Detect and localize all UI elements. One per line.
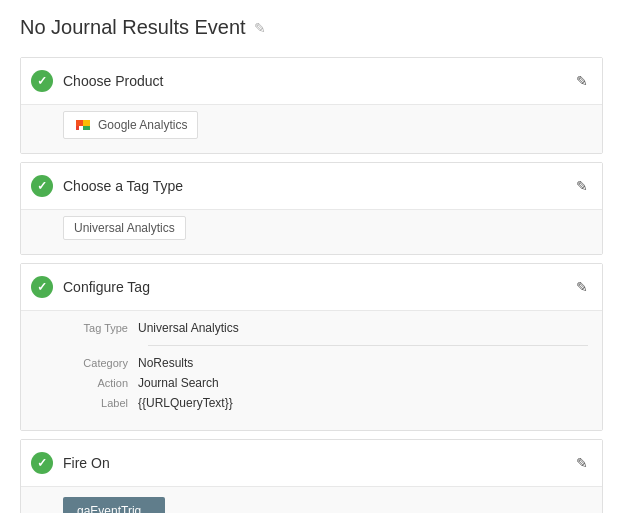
page-title-edit-icon[interactable]: ✎ [254, 20, 266, 36]
page-title-row: No Journal Results Event ✎ [20, 16, 603, 39]
config-divider [148, 345, 588, 346]
page-title: No Journal Results Event [20, 16, 246, 39]
choose-product-header-left: Choose Product [31, 70, 163, 92]
tag-type-name: Universal Analytics [74, 221, 175, 235]
product-name: Google Analytics [98, 118, 187, 132]
choose-tag-type-title: Choose a Tag Type [63, 178, 183, 194]
config-action-row: Action Journal Search [63, 376, 588, 390]
config-tag-type-value: Universal Analytics [138, 321, 239, 335]
config-label-label: Label [63, 397, 138, 409]
config-category-label: Category [63, 357, 138, 369]
fire-on-edit-icon[interactable]: ✎ [576, 455, 588, 471]
configure-tag-title: Configure Tag [63, 279, 150, 295]
fire-on-body: gaEventTrig... [21, 486, 602, 513]
choose-tag-type-body: Universal Analytics [21, 209, 602, 254]
svg-rect-3 [83, 126, 90, 130]
product-chip: Google Analytics [63, 111, 198, 139]
configure-tag-check-icon [31, 276, 53, 298]
choose-tag-type-edit-icon[interactable]: ✎ [576, 178, 588, 194]
choose-product-check-icon [31, 70, 53, 92]
trigger-button[interactable]: gaEventTrig... [63, 497, 165, 513]
choose-product-body: Google Analytics [21, 104, 602, 153]
config-label-row: Label {{URLQueryText}} [63, 396, 588, 410]
ga-logo-icon [74, 116, 92, 134]
configure-tag-edit-icon[interactable]: ✎ [576, 279, 588, 295]
fire-on-header: Fire On ✎ [21, 440, 602, 486]
choose-tag-type-check-icon [31, 175, 53, 197]
config-action-value: Journal Search [138, 376, 219, 390]
config-label-value: {{URLQueryText}} [138, 396, 233, 410]
configure-tag-header: Configure Tag ✎ [21, 264, 602, 310]
svg-marker-2 [83, 120, 90, 126]
configure-tag-body: Tag Type Universal Analytics Category No… [21, 310, 602, 430]
choose-product-edit-icon[interactable]: ✎ [576, 73, 588, 89]
choose-product-header: Choose Product ✎ [21, 58, 602, 104]
config-action-label: Action [63, 377, 138, 389]
choose-product-title: Choose Product [63, 73, 163, 89]
configure-tag-header-left: Configure Tag [31, 276, 150, 298]
fire-on-check-icon [31, 452, 53, 474]
fire-on-header-left: Fire On [31, 452, 110, 474]
config-tag-type-label: Tag Type [63, 322, 138, 334]
choose-tag-type-header: Choose a Tag Type ✎ [21, 163, 602, 209]
configure-tag-section: Configure Tag ✎ Tag Type Universal Analy… [20, 263, 603, 431]
choose-tag-type-section: Choose a Tag Type ✎ Universal Analytics [20, 162, 603, 255]
config-category-value: NoResults [138, 356, 193, 370]
config-category-row: Category NoResults [63, 356, 588, 370]
choose-product-section: Choose Product ✎ Google Analytics [20, 57, 603, 154]
config-tag-type-row: Tag Type Universal Analytics [63, 321, 588, 335]
svg-rect-4 [76, 126, 79, 130]
tag-type-chip: Universal Analytics [63, 216, 186, 240]
fire-on-title: Fire On [63, 455, 110, 471]
fire-on-section: Fire On ✎ gaEventTrig... [20, 439, 603, 513]
choose-tag-type-header-left: Choose a Tag Type [31, 175, 183, 197]
